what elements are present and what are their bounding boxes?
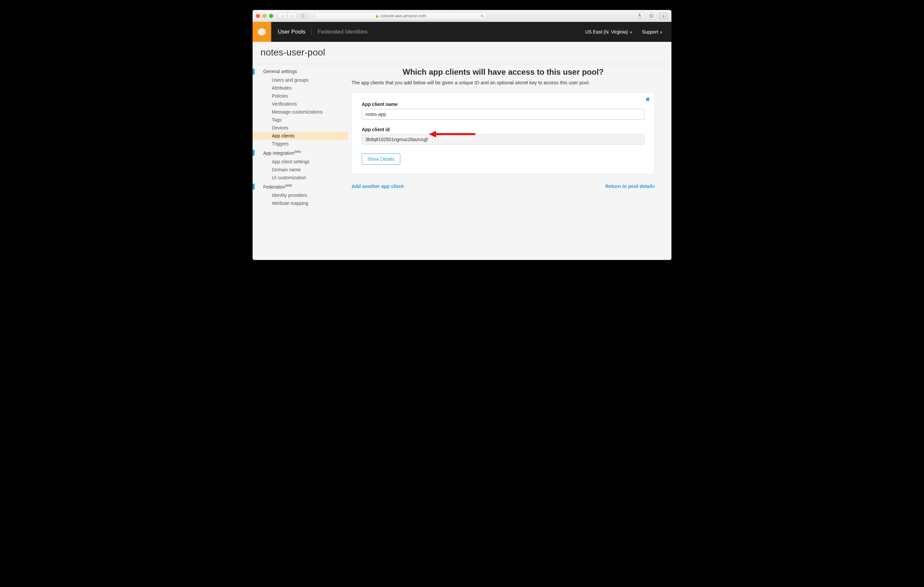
region-label: US East (N. Virginia) bbox=[585, 29, 628, 35]
sidebar-item-verifications[interactable]: Verifications bbox=[252, 100, 348, 108]
tabs-button[interactable] bbox=[647, 12, 656, 20]
sidebar-item-identity-providers[interactable]: Identity providers bbox=[252, 191, 348, 199]
section-marker bbox=[252, 150, 254, 156]
tab-divider bbox=[311, 28, 312, 36]
share-button[interactable] bbox=[635, 12, 644, 20]
page-subtitle: The app clients that you add below will … bbox=[351, 80, 655, 85]
app-client-id-label: App client id bbox=[362, 127, 645, 132]
sidebar-item-message-cust[interactable]: Message customizations bbox=[252, 108, 348, 116]
app-client-card: ✖ App client name App client id 3b9q8192… bbox=[351, 93, 655, 174]
actions-row: Add another app client Return to pool de… bbox=[351, 184, 655, 189]
return-to-pool-link[interactable]: Return to pool details bbox=[606, 184, 655, 189]
app-client-name-input[interactable] bbox=[362, 109, 645, 119]
pool-title: notes-user-pool bbox=[252, 42, 672, 64]
new-tab-button[interactable]: + bbox=[659, 12, 668, 20]
support-label: Support bbox=[642, 29, 658, 35]
sidebar-section-label: General settings bbox=[263, 69, 297, 74]
region-selector[interactable]: US East (N. Virginia)▼ bbox=[585, 29, 633, 35]
close-window-button[interactable] bbox=[256, 14, 260, 18]
lock-icon: 🔒 bbox=[375, 14, 379, 18]
add-app-client-link[interactable]: Add another app client bbox=[351, 184, 404, 189]
back-button[interactable]: ‹ bbox=[278, 12, 287, 20]
traffic-lights bbox=[256, 14, 273, 18]
chevron-down-icon: ▼ bbox=[660, 31, 663, 34]
app-client-id-value: 3b9q8192501ngmuc2ilaurvcgf bbox=[362, 134, 645, 145]
sidebar-item-domain-name[interactable]: Domain name bbox=[252, 166, 348, 174]
reload-icon[interactable]: ↻ bbox=[480, 13, 484, 18]
section-marker bbox=[252, 184, 254, 190]
header-right: US East (N. Virginia)▼ Support▼ bbox=[585, 29, 672, 35]
page-heading: Which app clients will have access to th… bbox=[351, 68, 655, 77]
toolbar-right: + bbox=[635, 12, 668, 20]
sidebar-section-general[interactable]: General settings bbox=[252, 67, 348, 76]
beta-badge: beta bbox=[285, 184, 292, 187]
svg-rect-4 bbox=[650, 14, 653, 17]
sidebar-toggle-button[interactable] bbox=[299, 12, 309, 20]
tab-user-pools[interactable]: User Pools bbox=[278, 28, 305, 35]
sidebar-section-federation[interactable]: Federationbeta bbox=[252, 182, 348, 192]
sidebar-section-app-integration[interactable]: App integrationbeta bbox=[252, 148, 348, 158]
zoom-window-button[interactable] bbox=[269, 14, 273, 18]
sidebar-section-label: App integration bbox=[263, 150, 294, 156]
cognito-header: User Pools Federated Identities US East … bbox=[252, 22, 672, 42]
sidebar-item-ui-customization[interactable]: UI customization bbox=[252, 174, 348, 182]
sidebar: General settings Users and groups Attrib… bbox=[252, 64, 348, 260]
mac-toolbar: ‹ › 🔒 console.aws.amazon.com ↻ + bbox=[252, 10, 672, 22]
sidebar-item-tags[interactable]: Tags bbox=[252, 116, 348, 124]
sidebar-item-app-client-settings[interactable]: App client settings bbox=[252, 158, 348, 166]
sidebar-item-devices[interactable]: Devices bbox=[252, 124, 348, 132]
close-icon[interactable]: ✖ bbox=[645, 96, 650, 103]
sidebar-item-users-groups[interactable]: Users and groups bbox=[252, 76, 348, 84]
app-client-name-label: App client name bbox=[362, 102, 645, 107]
sidebar-item-attributes[interactable]: Attributes bbox=[252, 84, 348, 92]
chevron-down-icon: ▼ bbox=[629, 31, 633, 34]
minimize-window-button[interactable] bbox=[262, 14, 267, 18]
sidebar-section-label: Federation bbox=[263, 184, 285, 189]
main-content: Which app clients will have access to th… bbox=[348, 64, 672, 260]
sidebar-item-attribute-mapping[interactable]: Attribute mapping bbox=[252, 199, 348, 207]
beta-badge: beta bbox=[294, 150, 301, 154]
forward-button[interactable]: › bbox=[287, 12, 296, 20]
show-details-button[interactable]: Show Details bbox=[362, 154, 400, 165]
support-menu[interactable]: Support▼ bbox=[642, 29, 663, 35]
tab-federated-identities[interactable]: Federated Identities bbox=[318, 28, 367, 35]
svg-rect-3 bbox=[650, 15, 653, 18]
nav-buttons: ‹ › bbox=[278, 12, 296, 20]
sidebar-item-policies[interactable]: Policies bbox=[252, 92, 348, 100]
sidebar-item-app-clients[interactable]: App clients bbox=[252, 132, 348, 140]
browser-window: ‹ › 🔒 console.aws.amazon.com ↻ + User Po… bbox=[252, 10, 672, 260]
sidebar-item-triggers[interactable]: Triggers bbox=[252, 140, 348, 148]
url-host: console.aws.amazon.com bbox=[380, 13, 426, 18]
cognito-logo[interactable] bbox=[252, 22, 271, 42]
section-marker bbox=[252, 69, 254, 75]
address-bar[interactable]: 🔒 console.aws.amazon.com ↻ bbox=[314, 12, 487, 20]
svg-rect-0 bbox=[302, 14, 306, 18]
cognito-tabs: User Pools Federated Identities bbox=[278, 28, 367, 36]
